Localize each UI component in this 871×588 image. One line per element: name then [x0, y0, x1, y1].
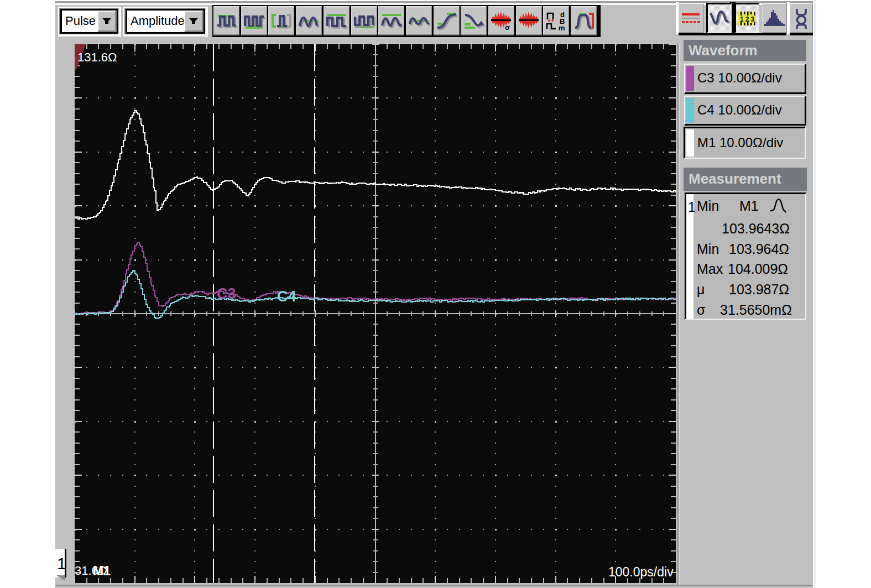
svg-text:σ: σ [505, 23, 510, 32]
svg-text:m: m [559, 24, 565, 32]
svg-text:123: 123 [740, 15, 756, 23]
